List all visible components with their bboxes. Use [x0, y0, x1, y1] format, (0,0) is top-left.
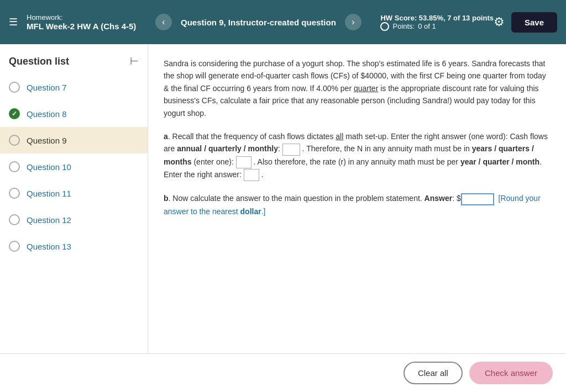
- question12-radio: [9, 214, 20, 225]
- question10-label: Question 10: [27, 162, 71, 172]
- settings-icon[interactable]: ⚙: [494, 15, 505, 29]
- question9-label: Question 9: [27, 136, 67, 145]
- question13-radio: [9, 241, 20, 252]
- hw-score-value: 53.85%, 7 of 13 points: [419, 14, 494, 22]
- question9-radio: [9, 135, 20, 146]
- collapse-icon[interactable]: ⊢: [130, 55, 139, 67]
- sidebar-title: Question list: [9, 56, 69, 67]
- sidebar-header: Question list ⊢: [0, 51, 148, 74]
- question11-radio: [9, 188, 20, 199]
- question-navigation: ‹ Question 9, Instructor-created questio…: [149, 14, 367, 30]
- question-title: Question 9, Instructor-created question: [181, 18, 336, 27]
- part-a-frequency-input[interactable]: [282, 144, 300, 156]
- question12-label: Question 12: [27, 215, 71, 225]
- next-question-button[interactable]: ›: [345, 14, 361, 30]
- part-b-label: b: [164, 194, 169, 203]
- check-mark-icon: ✓: [12, 110, 17, 118]
- header-actions: ⚙ Save: [494, 12, 557, 33]
- points-value: 0 of 1: [418, 22, 436, 30]
- part-b-text: b. Now calculate the answer to the main …: [164, 192, 551, 218]
- sidebar-item-question10[interactable]: Question 10: [0, 153, 148, 180]
- question8-radio: ✓: [9, 108, 20, 119]
- sidebar-item-question7[interactable]: Question 7: [0, 74, 148, 100]
- question10-radio: [9, 161, 20, 172]
- sidebar-item-question8[interactable]: ✓ Question 8: [0, 100, 148, 127]
- sidebar-item-question12[interactable]: Question 12: [0, 206, 148, 233]
- question13-label: Question 13: [27, 242, 71, 251]
- content-area: Sandra is considering the purchase of a …: [148, 44, 566, 353]
- main-content: Question list ⊢ Question 7 ✓ Question 8 …: [0, 44, 566, 353]
- part-b-answer-input[interactable]: [461, 193, 494, 205]
- footer: Clear all Check answer: [0, 353, 566, 392]
- sidebar: Question list ⊢ Question 7 ✓ Question 8 …: [0, 44, 148, 353]
- question7-label: Question 7: [27, 83, 67, 92]
- hw-score-label: HW Score:: [380, 14, 417, 22]
- question8-label: Question 8: [27, 109, 67, 119]
- sidebar-item-question13[interactable]: Question 13: [0, 233, 148, 259]
- menu-icon[interactable]: ☰: [9, 16, 18, 28]
- problem-text: Sandra is considering the purchase of a …: [164, 57, 551, 119]
- points-info: Points: 0 of 1: [380, 22, 493, 31]
- homework-info: Homework: MFL Week-2 HW A (Chs 4-5): [27, 13, 136, 31]
- question7-radio: [9, 82, 20, 93]
- sidebar-item-question9[interactable]: Question 9: [0, 127, 148, 153]
- clear-all-button[interactable]: Clear all: [403, 362, 463, 384]
- points-circle-icon: [380, 22, 389, 31]
- header: ☰ Homework: MFL Week-2 HW A (Chs 4-5) ‹ …: [0, 0, 566, 44]
- part-a-label: a: [164, 132, 168, 141]
- part-a-text: a. Recall that the frequency of cash flo…: [164, 130, 551, 181]
- question-info: Question 9, Instructor-created question: [181, 18, 336, 27]
- points-label: Points:: [392, 22, 415, 30]
- prev-question-button[interactable]: ‹: [155, 14, 172, 30]
- sidebar-item-question11[interactable]: Question 11: [0, 180, 148, 206]
- save-button[interactable]: Save: [511, 12, 557, 33]
- check-answer-button[interactable]: Check answer: [469, 362, 553, 384]
- homework-title: MFL Week-2 HW A (Chs 4-5): [27, 22, 136, 31]
- part-a-n-input[interactable]: [236, 156, 251, 168]
- homework-label: Homework:: [27, 13, 136, 22]
- question-list: Question 7 ✓ Question 8 Question 9 Quest…: [0, 74, 148, 259]
- hw-score: HW Score: 53.85%, 7 of 13 points: [380, 14, 493, 22]
- score-info: HW Score: 53.85%, 7 of 13 points Points:…: [380, 14, 493, 31]
- part-a-rate-input[interactable]: [244, 169, 259, 181]
- question11-label: Question 11: [27, 189, 71, 198]
